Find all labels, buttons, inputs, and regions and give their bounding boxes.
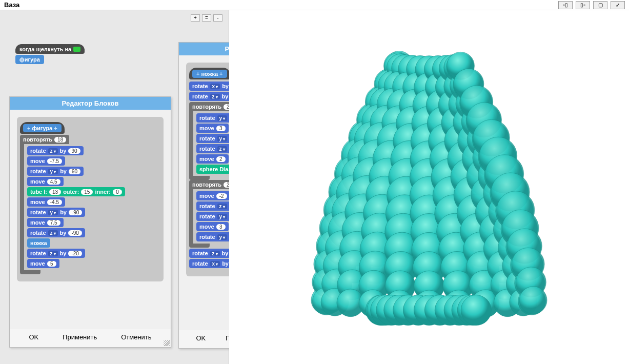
3d-viewport[interactable] — [229, 10, 629, 364]
repeat-block[interactable]: повторять 18 — [20, 135, 69, 144]
dialog-body: +фигура+ повторять 18 rotate z by 90move… — [10, 110, 171, 329]
green-flag-icon — [73, 47, 80, 52]
cancel-button[interactable]: Отменить — [121, 333, 151, 341]
define-hat-nozhka[interactable]: +ножка+ — [189, 68, 230, 79]
titlebar: Ваза ▫▯ ▯▫ ▢ ⤢ — [0, 0, 629, 10]
render-panel: Reset Camera Zoom to fit Wireframe Paral… — [229, 10, 629, 364]
rotate-block[interactable]: rotate z by -20 — [27, 249, 85, 258]
rotate-block[interactable]: rotate z by -90 — [27, 228, 85, 237]
scripts-panel: + = - когда щелкнуть на фигура Редактор … — [0, 10, 229, 364]
move-block[interactable]: move -7.5 — [27, 156, 65, 166]
tube-block[interactable]: tube l: 13 outer: 15 inner: 0 — [27, 187, 125, 196]
ok-button[interactable]: OK — [196, 334, 206, 342]
svg-point-195 — [519, 287, 547, 314]
call-block[interactable]: ножка — [27, 238, 50, 248]
move-block[interactable]: move 3 — [196, 124, 229, 133]
layout-btn-1[interactable]: ▫▯ — [558, 1, 573, 9]
when-flag-clicked-block[interactable]: когда щелкнуть на — [15, 44, 85, 54]
dialog-title[interactable]: Редактор Блоков — [10, 97, 171, 110]
move-block[interactable]: move 3 — [196, 222, 229, 231]
apply-button[interactable]: Применить — [63, 333, 97, 341]
block-editor-dialog-1[interactable]: Редактор Блоков +фигура+ повторять 18 ro… — [9, 96, 171, 348]
call-figura-block[interactable]: фигура — [15, 55, 44, 64]
window-title: Ваза — [4, 1, 19, 9]
rotate-block[interactable]: rotate y by 90 — [27, 167, 84, 176]
move-block[interactable]: move -4.5 — [27, 197, 65, 207]
move-block[interactable]: move 7.5 — [27, 218, 64, 227]
ok-button[interactable]: OK — [29, 333, 38, 341]
layout-btn-3[interactable]: ▢ — [593, 1, 607, 9]
move-block[interactable]: move 5 — [27, 259, 59, 268]
script-stack-1[interactable]: +фигура+ повторять 18 rotate z by 90move… — [17, 117, 164, 281]
hat-script[interactable]: когда щелкнуть на фигура — [15, 44, 85, 64]
move-block[interactable]: move 2 — [196, 154, 229, 164]
layout-btn-2[interactable]: ▯▫ — [576, 1, 590, 9]
rotate-block[interactable]: rotate y by -90 — [27, 208, 85, 217]
define-hat-figura[interactable]: +фигура+ — [20, 122, 65, 134]
move-block[interactable]: move -2 — [196, 191, 230, 200]
resize-grip-icon[interactable] — [164, 340, 170, 346]
svg-point-209 — [461, 295, 491, 325]
rotate-block[interactable]: rotate z by 90 — [27, 146, 84, 155]
move-block[interactable]: move 4.5 — [27, 177, 64, 186]
fullscreen-btn[interactable]: ⤢ — [611, 1, 625, 9]
